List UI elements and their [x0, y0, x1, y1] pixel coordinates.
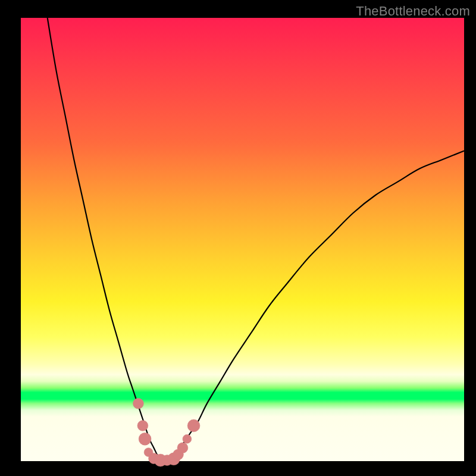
data-point	[137, 420, 148, 431]
data-point	[139, 433, 151, 445]
data-point	[187, 419, 200, 432]
data-point	[177, 443, 188, 453]
watermark-text: TheBottleneck.com	[356, 4, 470, 19]
data-point	[183, 434, 192, 443]
data-point	[133, 398, 143, 409]
chart-svg	[21, 18, 464, 461]
curve-group	[48, 18, 464, 461]
outer-frame: TheBottleneck.com	[0, 0, 476, 476]
data-dots	[133, 398, 199, 466]
right-curve	[171, 151, 464, 462]
left-curve	[48, 18, 163, 461]
